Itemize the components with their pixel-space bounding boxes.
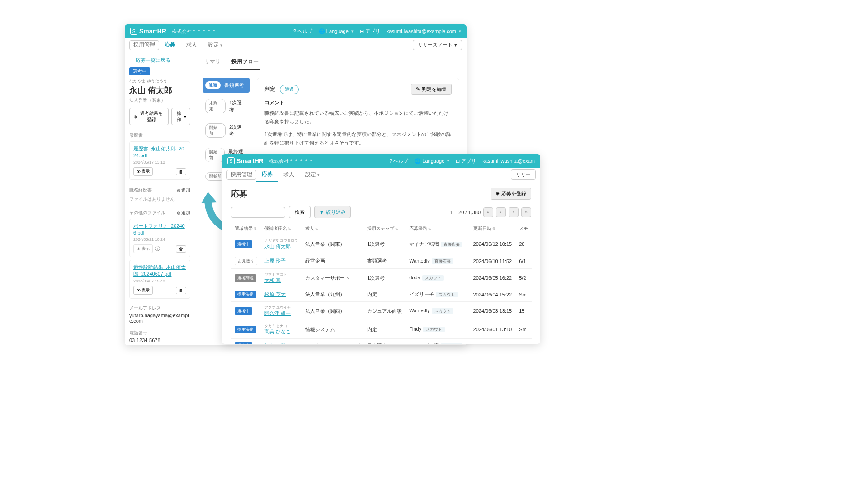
col-status[interactable]: 選考結果⇅ (231, 223, 261, 235)
aptitude-delete-button[interactable]: 🗑 (176, 287, 186, 294)
flow-step-document[interactable]: 通過書類選考 (203, 78, 250, 93)
resume-view-button[interactable]: 👁表示 (133, 167, 153, 176)
row-memo: 20 (515, 339, 532, 344)
nav-settings[interactable]: 設定 (203, 38, 228, 52)
back-to-list-link[interactable]: ←応募一覧に戻る (129, 57, 170, 64)
portfolio-file-link[interactable]: ポートフォリオ_202406.pdf (133, 223, 185, 235)
search-input[interactable] (231, 207, 285, 218)
row-status-badge: お見送り (235, 257, 257, 265)
col-candidate[interactable]: 候補者氏名⇅ (261, 223, 302, 235)
page-last-button[interactable]: » (521, 207, 531, 217)
row-step: 書類選考 (363, 253, 406, 269)
plus-icon: ⊕ (495, 191, 500, 197)
chevron-down-icon: ▾ (454, 42, 457, 48)
nav-settings[interactable]: 設定 (300, 168, 325, 182)
phone-label: 電話番号 (129, 330, 190, 336)
aptitude-file-link[interactable]: 適性診断結果_永山侑太郎_20240607.pdf (133, 264, 186, 277)
email-label: メールアドレス (129, 305, 190, 311)
language-dropdown[interactable]: 🌐Language (415, 158, 449, 164)
nav-recruitment-mgmt[interactable]: 採用管理 (129, 40, 159, 50)
flow-step-1st[interactable]: 未判定1次選考 (203, 95, 250, 117)
row-candidate-link[interactable]: 永山 侑太郎 (264, 244, 291, 249)
apps-icon: ⊞ (360, 28, 364, 34)
row-job: 情報システム (302, 320, 363, 339)
row-status-badge: 選考中 (235, 240, 252, 248)
resume-section-header: 履歴書 (129, 132, 190, 139)
operate-dropdown[interactable]: 操作▾ (171, 108, 190, 125)
portfolio-view-button[interactable]: 👁表示 (133, 244, 153, 253)
col-memo[interactable]: メモ (515, 223, 532, 235)
row-candidate-link[interactable]: 阿久津 雄一 (264, 310, 291, 316)
nav-applications[interactable]: 応募 (159, 38, 181, 52)
edit-judgement-button[interactable]: ✎判定を編集 (411, 84, 452, 95)
apps-link[interactable]: ⊞アプリ (456, 158, 476, 164)
row-route: Wantedlyスカウト (406, 302, 469, 320)
row-job: 法人営業（関西） (302, 302, 363, 320)
nav-jobs[interactable]: 求人 (181, 38, 203, 52)
table-row[interactable]: 採用決定松原 英太法人営業（九州）内定ビズリーチスカウト2024/06/04 1… (231, 287, 532, 302)
resume-delete-button[interactable]: 🗑 (176, 168, 186, 175)
aptitude-file-card: 適性診断結果_永山侑太郎_20240607.pdf 2024/06/07 15:… (129, 260, 190, 299)
judge-label: 判定 (264, 85, 275, 93)
release-notes-button[interactable]: リリー (511, 169, 536, 180)
register-application-button[interactable]: ⊕応募を登録 (491, 188, 531, 200)
tab-summary[interactable]: サマリ (203, 58, 222, 70)
resume-file-card: 履歴書_永山侑太郎_2024.pdf 2024/05/17 13:12 👁表示 … (129, 141, 190, 180)
aptitude-view-button[interactable]: 👁表示 (133, 286, 153, 295)
language-dropdown[interactable]: 🌐Language (319, 28, 354, 34)
help-link[interactable]: ?ヘルプ (389, 158, 408, 164)
table-row[interactable]: 選考中アクツ ユウイチ阿久津 雄一法人営業（関西）カジュアル面談Wantedly… (231, 302, 532, 320)
row-memo: 5/2 (515, 269, 532, 287)
col-route[interactable]: 応募経路⇅ (406, 223, 469, 235)
user-menu[interactable]: kasumi.iwashita@exam (482, 158, 535, 164)
eye-icon: 👁 (137, 169, 141, 174)
cv-section-header: 職務経歴書⊕追加 (129, 187, 190, 193)
table-row[interactable]: 選考中朝倉 二郎デジタルマーケティング最終選考マイナビ転職直接応募2024/06… (231, 339, 532, 344)
apps-link[interactable]: ⊞アプリ (360, 28, 380, 35)
resume-file-link[interactable]: 履歴書_永山侑太郎_2024.pdf (133, 146, 184, 158)
col-job[interactable]: 求人⇅ (302, 223, 363, 235)
row-candidate-link[interactable]: 高美 ひなこ (264, 329, 291, 334)
info-icon[interactable]: ⓘ (155, 245, 160, 253)
search-button[interactable]: 検索 (289, 206, 311, 218)
row-candidate-link[interactable]: 朝倉 二郎 (264, 343, 286, 344)
page-next-button[interactable]: › (509, 207, 519, 217)
register-result-button[interactable]: ⊕選考結果を登録 (129, 108, 169, 125)
nav-jobs[interactable]: 求人 (278, 168, 300, 182)
tab-flow[interactable]: 採用フロー (230, 58, 260, 70)
row-memo: Sm (515, 287, 532, 302)
row-updated: 2024/06/10 11:52 (470, 253, 516, 269)
table-row[interactable]: 選考辞退ヤマト マコト大和 真カスタマーサポート1次選考dodaスカウト2024… (231, 269, 532, 287)
row-route: Findyスカウト (406, 320, 469, 339)
cv-add-button[interactable]: ⊕追加 (177, 187, 190, 193)
other-add-button[interactable]: ⊕追加 (177, 210, 190, 216)
col-updated[interactable]: 更新日時⇅ (470, 223, 516, 235)
nav-applications[interactable]: 応募 (256, 168, 278, 182)
applications-table: 選考結果⇅ 候補者氏名⇅ 求人⇅ 採用ステップ⇅ 応募経路⇅ 更新日時⇅ メモ … (231, 223, 532, 344)
row-route: マイナビ転職直接応募 (406, 339, 469, 344)
page-first-button[interactable]: « (483, 207, 493, 217)
page-prev-button[interactable]: ‹ (496, 207, 506, 217)
trash-icon: 🗑 (179, 247, 183, 251)
row-candidate-link[interactable]: 大和 真 (264, 277, 281, 283)
release-notes-button[interactable]: リリースノート▾ (413, 40, 462, 50)
row-furigana: ヤマト マコト (264, 272, 298, 277)
row-furigana: タカミ ヒナコ (264, 324, 298, 328)
filter-button[interactable]: ▼絞り込み (314, 206, 351, 218)
col-step[interactable]: 採用ステップ⇅ (363, 223, 406, 235)
table-row[interactable]: 選考中ナガヤマ ユウタロウ永山 侑太郎法人営業（関東）1次選考マイナビ転職直接応… (231, 235, 532, 253)
page-info: 1 – 20 / 1,380 (450, 210, 481, 215)
nav-recruitment-mgmt[interactable]: 採用管理 (226, 170, 256, 180)
page-title: 応募 (231, 188, 247, 199)
table-row[interactable]: お見送り上原 玲子経営企画書類選考Wantedly直接応募2024/06/10 … (231, 253, 532, 269)
portfolio-delete-button[interactable]: 🗑 (176, 245, 186, 253)
table-row[interactable]: 採用決定タカミ ヒナコ高美 ひなこ情報システム内定Findyスカウト2024/0… (231, 320, 532, 339)
row-status-badge: 選考辞退 (235, 274, 256, 282)
row-candidate-link[interactable]: 松原 英太 (264, 291, 286, 297)
row-job: カスタマーサポート (302, 269, 363, 287)
candidate-name: 永山 侑太郎 (129, 85, 190, 96)
help-link[interactable]: ?ヘルプ (293, 28, 312, 35)
user-menu[interactable]: kasumi.iwashita@example.com (387, 28, 461, 34)
row-candidate-link[interactable]: 上原 玲子 (264, 258, 286, 263)
flow-step-2nd[interactable]: 開始前2次選考 (203, 120, 250, 141)
